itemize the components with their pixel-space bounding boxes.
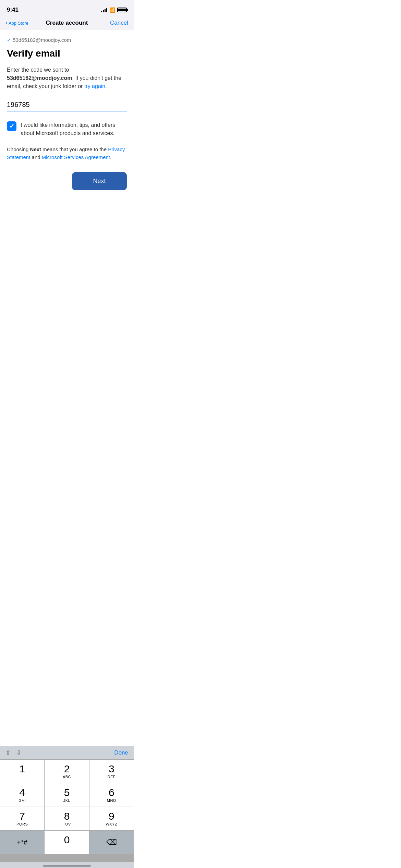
nav-bar: ‹ App Store Create account Cancel <box>0 17 134 30</box>
status-bar: 9:41 📶 <box>0 0 134 17</box>
checkbox-wrapper[interactable]: ✓ <box>7 121 16 131</box>
main-content: ✓ 53d65182@moodjoy.com Verify email Ente… <box>0 30 134 190</box>
wifi-icon: 📶 <box>109 7 115 13</box>
code-input[interactable] <box>7 99 127 111</box>
checkbox-row: ✓ I would like information, tips, and of… <box>7 121 127 137</box>
cancel-button[interactable]: Cancel <box>110 20 128 26</box>
email-preview: ✓ 53d65182@moodjoy.com <box>7 37 127 43</box>
status-icons: 📶 <box>101 7 127 13</box>
description-text: Enter the code we sent to 53d65182@moodj… <box>7 66 127 91</box>
status-time: 9:41 <box>7 7 19 13</box>
checkbox-label: I would like information, tips, and offe… <box>21 121 127 137</box>
checkmark-icon: ✓ <box>9 123 14 129</box>
agreement-text: Choosing Next means that you agree to th… <box>7 146 127 161</box>
try-again-link[interactable]: try again <box>84 83 105 89</box>
battery-icon <box>117 8 127 12</box>
appstore-back-label: ‹ App Store <box>5 19 28 26</box>
code-input-container <box>7 99 127 111</box>
page-title: Verify email <box>7 48 127 59</box>
msa-link[interactable]: Microsoft Services Agreement <box>42 154 110 160</box>
signal-icon <box>101 8 107 12</box>
marketing-checkbox[interactable]: ✓ <box>7 121 16 131</box>
next-button[interactable]: Next <box>72 172 127 190</box>
next-button-row: Next <box>7 172 127 190</box>
nav-title: Create account <box>46 20 88 26</box>
